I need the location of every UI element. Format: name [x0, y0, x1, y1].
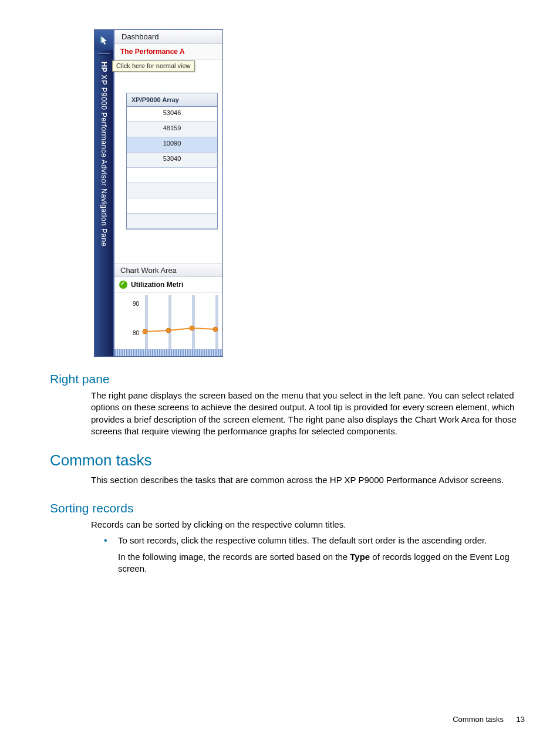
data-point	[190, 326, 195, 331]
list-item: To sort records, click the respective co…	[102, 535, 525, 575]
footer-section: Common tasks	[453, 715, 504, 724]
dashboard-title: Dashboard	[114, 30, 222, 44]
paragraph: This section describes the tasks that ar…	[91, 474, 525, 486]
bullet-text: To sort records, click the respective co…	[118, 535, 487, 545]
utilization-chart: 90 80	[127, 295, 222, 349]
paragraph: The right pane displays the screen based…	[91, 390, 525, 437]
grid-row[interactable]	[127, 168, 218, 183]
heading-right-pane: Right pane	[50, 372, 525, 386]
chart-work-area-title: Chart Work Area	[114, 264, 222, 277]
rail-title: HP XP P9000 Performance Advisor Navigati…	[100, 62, 108, 247]
rail-title-rest: XP P9000 Performance Advisor Navigation …	[100, 75, 108, 247]
tooltip-row: Click here for normal view	[114, 60, 222, 76]
grid-row[interactable]	[127, 198, 218, 214]
grid-row[interactable]: 48159	[127, 122, 218, 137]
page-number: 13	[517, 715, 525, 724]
grid-row[interactable]: 53046	[127, 107, 218, 122]
resize-grip[interactable]	[114, 349, 222, 356]
array-grid[interactable]: XP/P9000 Array 53046 48159 10090 53040	[126, 93, 218, 229]
data-point	[143, 329, 148, 335]
page-footer: Common tasks 13	[453, 715, 525, 724]
data-point	[166, 328, 171, 333]
app-screenshot: HP XP P9000 Performance Advisor Navigati…	[94, 29, 223, 357]
heading-common-tasks: Common tasks	[50, 451, 525, 470]
metric-label: Utilization Metri	[131, 281, 183, 289]
cursor-icon[interactable]	[95, 30, 113, 50]
navigation-rail[interactable]: HP XP P9000 Performance Advisor Navigati…	[95, 30, 113, 356]
metric-row[interactable]: Utilization Metri	[114, 277, 222, 293]
bullet-list: To sort records, click the respective co…	[102, 535, 525, 575]
data-point	[213, 327, 218, 332]
heading-sorting-records: Sorting records	[50, 501, 525, 515]
right-column: Dashboard The Performance A Click here f…	[113, 30, 222, 356]
status-header: The Performance A	[114, 44, 222, 60]
normal-view-tooltip: Click here for normal view	[112, 60, 195, 72]
grid-row[interactable]: 53040	[127, 153, 218, 168]
grid-row[interactable]	[127, 214, 218, 229]
grid-row[interactable]	[127, 183, 218, 198]
check-icon	[119, 281, 127, 289]
grid-row[interactable]: 10090	[127, 137, 218, 153]
rail-title-bold: HP	[100, 62, 108, 72]
paragraph: Records can be sorted by clicking on the…	[91, 519, 525, 531]
rail-divider	[98, 53, 109, 55]
grid-header[interactable]: XP/P9000 Array	[127, 93, 218, 107]
bullet-subtext: In the following image, the records are …	[118, 551, 525, 575]
